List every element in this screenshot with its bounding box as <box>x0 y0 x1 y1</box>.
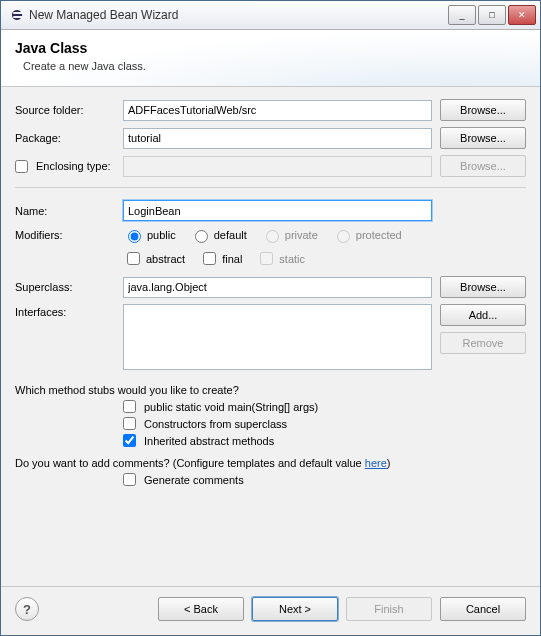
stubs-question: Which method stubs would you like to cre… <box>15 384 526 396</box>
close-button[interactable]: ✕ <box>508 5 536 25</box>
package-browse-button[interactable]: Browse... <box>440 127 526 149</box>
modifier-abstract-label: abstract <box>146 253 185 265</box>
source-folder-input[interactable] <box>123 100 432 121</box>
cancel-button[interactable]: Cancel <box>440 597 526 621</box>
finish-button: Finish <box>346 597 432 621</box>
modifier-final-label: final <box>222 253 242 265</box>
modifier-default-radio[interactable]: default <box>190 227 247 243</box>
stub-constructors-label: Constructors from superclass <box>144 418 287 430</box>
banner: Java Class Create a new Java class. <box>1 30 540 87</box>
superclass-input[interactable] <box>123 277 432 298</box>
next-button[interactable]: Next > <box>252 597 338 621</box>
modifier-public-radio[interactable]: public <box>123 227 176 243</box>
stub-main-check[interactable] <box>123 400 136 413</box>
footer: ? < Back Next > Finish Cancel <box>1 586 540 635</box>
modifiers-label: Modifiers: <box>15 229 123 241</box>
name-label: Name: <box>15 205 123 217</box>
modifier-public-label: public <box>147 229 176 241</box>
interfaces-list[interactable] <box>123 304 432 370</box>
stub-constructors-check[interactable] <box>123 417 136 430</box>
interfaces-add-button[interactable]: Add... <box>440 304 526 326</box>
modifier-protected-label: protected <box>356 229 402 241</box>
modifier-static-label: static <box>279 253 305 265</box>
wizard-window: New Managed Bean Wizard _ □ ✕ Java Class… <box>0 0 541 636</box>
interfaces-remove-button: Remove <box>440 332 526 354</box>
generate-comments-check[interactable] <box>123 473 136 486</box>
window-title: New Managed Bean Wizard <box>29 8 446 22</box>
enclosing-type-checkbox[interactable] <box>15 160 28 173</box>
stub-inherited-label: Inherited abstract methods <box>144 435 274 447</box>
generate-comments-label: Generate comments <box>144 474 244 486</box>
interfaces-label: Interfaces: <box>15 304 123 318</box>
comments-question-suffix: ) <box>387 457 391 469</box>
source-folder-label: Source folder: <box>15 104 123 116</box>
modifier-protected-radio: protected <box>332 227 402 243</box>
separator-1 <box>15 187 526 188</box>
modifier-private-radio: private <box>261 227 318 243</box>
stub-main-label: public static void main(String[] args) <box>144 401 318 413</box>
modifier-static-check: static <box>256 249 305 268</box>
name-input[interactable] <box>123 200 432 221</box>
banner-heading: Java Class <box>15 40 526 56</box>
modifier-default-label: default <box>214 229 247 241</box>
help-button[interactable]: ? <box>15 597 39 621</box>
minimize-button[interactable]: _ <box>448 5 476 25</box>
eclipse-icon <box>9 7 25 23</box>
superclass-browse-button[interactable]: Browse... <box>440 276 526 298</box>
titlebar: New Managed Bean Wizard _ □ ✕ <box>1 1 540 30</box>
banner-subtext: Create a new Java class. <box>23 60 526 72</box>
comments-question-prefix: Do you want to add comments? (Configure … <box>15 457 365 469</box>
enclosing-type-label: Enclosing type: <box>36 160 111 172</box>
modifier-private-label: private <box>285 229 318 241</box>
package-input[interactable] <box>123 128 432 149</box>
back-button[interactable]: < Back <box>158 597 244 621</box>
enclosing-type-browse-button: Browse... <box>440 155 526 177</box>
maximize-button[interactable]: □ <box>478 5 506 25</box>
dialog-body: Source folder: Browse... Package: Browse… <box>1 87 540 586</box>
source-folder-browse-button[interactable]: Browse... <box>440 99 526 121</box>
enclosing-type-input <box>123 156 432 177</box>
modifier-final-check[interactable]: final <box>199 249 242 268</box>
superclass-label: Superclass: <box>15 281 123 293</box>
comments-here-link[interactable]: here <box>365 457 387 469</box>
package-label: Package: <box>15 132 123 144</box>
stub-inherited-check[interactable] <box>123 434 136 447</box>
modifier-abstract-check[interactable]: abstract <box>123 249 185 268</box>
